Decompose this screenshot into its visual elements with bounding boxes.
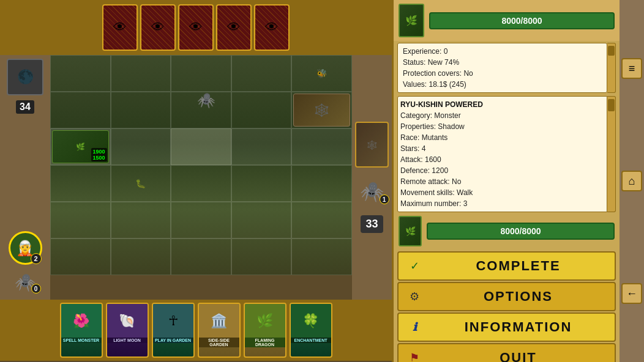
information-label: INFORMATION <box>429 319 607 335</box>
cell-4-4[interactable] <box>231 165 292 202</box>
floating-spider-1: 🕷️ <box>197 92 215 109</box>
hand-card-2[interactable]: 🐚 LIGHT MOON <box>106 303 149 358</box>
battle-grid: 🐝 🕸️ <box>50 55 352 275</box>
quit-button[interactable]: ⚑ QUIT <box>397 343 616 362</box>
opponent-card-1: 👁 <box>102 4 138 51</box>
player-hp-container: 8000/8000 <box>427 223 615 240</box>
info-icon: ℹ <box>406 319 423 336</box>
cell-1-4[interactable] <box>231 55 292 92</box>
opponent-card-3: 👁 <box>178 4 214 51</box>
cell-5-1[interactable] <box>50 202 111 238</box>
card-category: Category: Monster <box>400 110 604 121</box>
options-label: OPTIONS <box>429 289 607 305</box>
left-column: 🌑 34 🧝 2 🕷️ 0 <box>0 55 50 300</box>
card-attack: Attack: 1600 <box>400 154 604 165</box>
opponent-card-2: 👁 <box>140 4 176 51</box>
card-race: Race: Mutants <box>400 132 604 143</box>
hand-card-4[interactable]: 🏛️ SIDE-SIDE GARDEN <box>198 303 241 358</box>
opponent-hp-row: 🌿 8000/8000 <box>394 0 620 41</box>
opponent-card-thumb: 🌿 <box>399 4 424 37</box>
card-max: Maximum number: 3 <box>400 198 604 209</box>
cell-4-5[interactable] <box>291 165 352 202</box>
stat-experience: Experience: 0 <box>403 46 602 57</box>
hand-card-1[interactable]: 🌺 SPELL MONSTER <box>60 303 103 358</box>
card-properties: Properties: Shadow <box>400 121 604 132</box>
hand-card-5[interactable]: 🌿 FLAMING DRAGON <box>244 303 286 358</box>
menu-button[interactable]: ≡ <box>621 58 642 79</box>
card-detail-panel: RYU-KISHIN POWERED Category: Monster Pro… <box>397 96 607 212</box>
card-title: RYU-KISHIN POWERED <box>400 99 604 110</box>
cell-4-3[interactable] <box>171 165 231 202</box>
battle-field: 🌑 34 🧝 2 🕷️ 0 <box>0 55 392 300</box>
grid-row-6 <box>50 238 352 275</box>
complete-label: COMPLETE <box>429 258 607 274</box>
information-button[interactable]: ℹ INFORMATION <box>397 312 616 342</box>
cell-6-5[interactable] <box>291 238 352 275</box>
cell-2-1[interactable] <box>50 92 111 128</box>
home-icon: ⌂ <box>629 175 635 188</box>
stats-scrollbar[interactable] <box>607 43 616 93</box>
home-button[interactable]: ⌂ <box>621 171 642 191</box>
cell-5-3[interactable] <box>171 202 231 238</box>
scrollbar-thumb <box>608 46 615 56</box>
card-remote: Remote attack: No <box>400 176 604 187</box>
right-column: 🕸️ 🕷️ 1 33 <box>352 55 392 300</box>
stat-protection: Protection covers: No <box>403 68 602 79</box>
cell-3-3[interactable] <box>171 128 231 165</box>
side-nav: ≡ ⌂ ← <box>620 0 644 362</box>
opponent-card-5: 👁 <box>254 4 290 51</box>
opponent-stats-panel: Experience: 0 Status: New 74% Protection… <box>397 43 607 93</box>
cell-6-3[interactable] <box>171 238 231 275</box>
hand-card-6[interactable]: 🍀 ENCHANTMENT <box>290 303 332 358</box>
cell-3-1[interactable]: 🌿 1900 1500 <box>50 128 111 165</box>
cell-4-1[interactable] <box>50 165 111 202</box>
opponent-card-4: 👁 <box>216 4 252 51</box>
detail-scrollbar-thumb <box>608 99 615 111</box>
quit-icon: ⚑ <box>406 349 423 362</box>
opponent-hp-container: 8000/8000 <box>429 12 615 29</box>
grid-row-4: 🐛 <box>50 165 352 202</box>
complete-icon: ✓ <box>406 257 423 275</box>
cell-6-1[interactable] <box>50 238 111 275</box>
options-icon: ⚙ <box>406 288 423 305</box>
cell-3-4[interactable] <box>231 128 292 165</box>
card-movement: Movement skills: Walk <box>400 187 604 198</box>
cell-1-5[interactable]: 🐝 <box>291 55 352 92</box>
cell-4-2[interactable]: 🐛 <box>111 165 171 202</box>
detail-scrollbar[interactable] <box>607 96 616 212</box>
cell-1-3[interactable] <box>171 55 231 92</box>
action-buttons: ✓ COMPLETE ⚙ OPTIONS ℹ INFORMATION ⚑ QUI… <box>394 249 620 362</box>
cell-5-2[interactable] <box>111 202 171 238</box>
player-hand: 🌺 SPELL MONSTER 🐚 LIGHT MOON ☥ PLAY IN G… <box>0 300 392 361</box>
cell-1-2[interactable] <box>111 55 171 92</box>
cell-2-2[interactable] <box>111 92 171 128</box>
spider-left: 🕷️ 0 <box>15 272 36 292</box>
stat-status: Status: New 74% <box>403 57 602 68</box>
cell-2-4[interactable] <box>231 92 292 128</box>
cell-6-2[interactable] <box>111 238 171 275</box>
stat-values: Values: 18.1$ (245) <box>403 79 602 90</box>
opponent-stats-row: Experience: 0 Status: New 74% Protection… <box>397 43 616 93</box>
cell-3-5[interactable] <box>291 128 352 165</box>
menu-icon: ≡ <box>629 62 635 75</box>
score-34: 34 <box>16 100 34 114</box>
player-hp-bar: 8000/8000 <box>427 223 615 240</box>
back-arrow-icon: ← <box>626 287 637 300</box>
grid-wrapper: 🐝 🕸️ <box>50 55 352 300</box>
cell-5-4[interactable] <box>231 202 292 238</box>
options-button[interactable]: ⚙ OPTIONS <box>397 282 616 311</box>
cell-3-2[interactable] <box>111 128 171 165</box>
opponent-deck-thumb: 🌑 <box>7 59 43 95</box>
avatar-badge: 2 <box>31 253 42 264</box>
back-button[interactable]: ← <box>621 283 642 304</box>
cell-2-5[interactable]: 🕸️ <box>291 92 352 128</box>
hand-card-3[interactable]: ☥ PLAY IN GARDEN <box>152 303 195 358</box>
grid-row-1: 🐝 <box>50 55 352 92</box>
cell-1-1[interactable] <box>50 55 111 92</box>
quit-label: QUIT <box>429 350 607 362</box>
enemy-card-right: 🕸️ <box>355 122 389 168</box>
cell-5-5[interactable] <box>291 202 352 238</box>
spider-right: 🕷️ 1 <box>360 180 384 203</box>
complete-button[interactable]: ✓ COMPLETE <box>397 251 616 281</box>
cell-6-4[interactable] <box>231 238 292 275</box>
